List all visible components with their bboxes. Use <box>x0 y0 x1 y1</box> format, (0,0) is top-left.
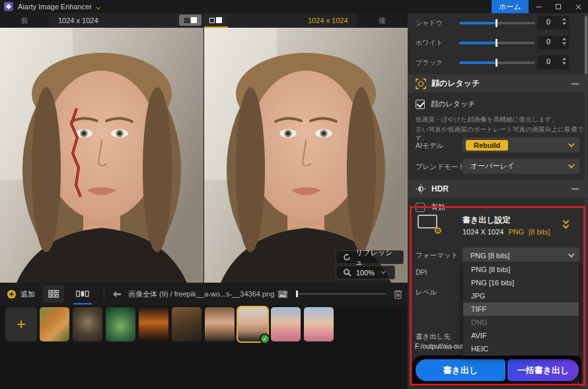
spin-down-icon[interactable] <box>562 22 566 25</box>
thumbnail-fair-woman-1[interactable] <box>271 307 301 341</box>
export-button[interactable]: 書き出し <box>416 359 505 381</box>
spin-up-icon[interactable] <box>562 38 566 40</box>
add-label: 追加 <box>20 289 35 299</box>
hdr-enable-checkbox[interactable] <box>416 203 425 212</box>
refresh-label: リフレッシュ <box>355 248 396 267</box>
format-chevron-icon <box>568 251 575 258</box>
home-button[interactable]: ホーム <box>492 0 529 13</box>
black-slider-row: ブラック 0 <box>408 55 588 70</box>
zoom-level: 100% <box>356 269 375 277</box>
format-option-tiff[interactable]: TIFF <box>463 302 579 316</box>
trash-icon[interactable] <box>394 289 402 299</box>
add-thumbnail-tile[interactable]: + <box>5 307 37 341</box>
format-option-dng[interactable]: DNG <box>463 316 579 329</box>
titlebar: Aiarty Image Enhancer ホーム <box>0 0 588 13</box>
maximize-icon <box>556 4 561 9</box>
thumbnail-portrait-woman-selected[interactable]: ✓ <box>238 307 268 341</box>
thumbnail-burger[interactable] <box>139 307 168 341</box>
grid-view-button[interactable] <box>43 285 64 302</box>
face-retouch-header[interactable]: 顔のレタッチ <box>408 75 588 92</box>
add-image-button[interactable]: 追加 <box>7 289 35 299</box>
after-tab[interactable]: 後 <box>357 13 408 28</box>
ai-model-value: Rebuild <box>466 140 508 151</box>
zoom-control[interactable]: 100% <box>336 265 395 279</box>
face-retouch-checkbox-row[interactable]: 顔のレタッチ <box>416 99 475 109</box>
maximize-button[interactable] <box>548 0 568 13</box>
white-value-spinner[interactable]: 0 <box>537 36 569 50</box>
export-summary-bits: [8 bits] <box>529 228 550 236</box>
face-retouch-desc-1: 低画質・ぼやけた顔画像を高精細に復元します。 <box>416 116 558 124</box>
thumbnail-fair-woman-2[interactable] <box>304 307 334 341</box>
side-by-side-view-toggle[interactable] <box>204 15 227 26</box>
refresh-button[interactable]: リフレッシュ <box>336 250 404 264</box>
side-by-side-view-icon <box>209 18 215 23</box>
format-label: フォーマット <box>416 251 458 260</box>
after-image[interactable] <box>204 28 408 283</box>
batch-export-button[interactable]: 一括書き出し <box>507 359 579 381</box>
compare-view-toggles <box>179 15 227 26</box>
thumbnail-terrarium[interactable] <box>106 307 135 341</box>
app-window: Aiarty Image Enhancer ホーム 前 1024 x 1024 … <box>0 0 588 389</box>
thumbnail-dog[interactable] <box>172 307 202 341</box>
resize-grip[interactable] <box>571 376 579 384</box>
refresh-icon <box>343 253 351 262</box>
app-menu-chevron-icon[interactable] <box>96 1 99 13</box>
close-icon <box>575 4 581 10</box>
white-slider[interactable] <box>459 42 535 44</box>
minimize-icon <box>536 7 542 7</box>
before-tab[interactable]: 前 <box>0 13 50 28</box>
thumbnail-size-slider-handle[interactable] <box>296 291 298 297</box>
export-expand-chevrons-icon[interactable] <box>564 219 568 228</box>
hdr-header[interactable]: HDR <box>408 180 588 197</box>
spin-up-icon[interactable] <box>562 57 566 60</box>
app-logo-icon <box>4 2 13 11</box>
face-retouch-checkbox[interactable] <box>416 100 425 109</box>
blend-mode-dropdown[interactable]: オーバーレイ <box>462 159 579 174</box>
breadcrumb: 画像全体 (9) / freepik__a-wo...s-__34364.png <box>128 289 274 299</box>
face-retouch-icon <box>416 79 426 89</box>
split-view-toggle[interactable] <box>179 15 202 26</box>
format-option-avif[interactable]: AVIF <box>463 329 579 342</box>
before-image[interactable] <box>0 28 203 283</box>
magnifier-icon <box>343 268 351 277</box>
face-retouch-title: 顔のレタッチ <box>431 78 480 89</box>
back-arrow-icon[interactable] <box>112 291 122 298</box>
thumbnail-butterfly[interactable] <box>73 307 102 341</box>
shadow-slider-row: シャドウ 0 <box>408 16 588 30</box>
format-option-png8[interactable]: PNG [8 bits] <box>463 263 579 276</box>
thumbnail-portrait-woman[interactable] <box>205 307 235 341</box>
export-summary-format: PNG <box>508 228 524 236</box>
black-value-spinner[interactable]: 0 <box>537 55 569 69</box>
shadow-value-spinner[interactable]: 0 <box>537 16 569 30</box>
shadow-slider[interactable] <box>459 22 535 24</box>
spin-down-icon[interactable] <box>562 62 566 65</box>
ai-model-chevron-icon <box>568 141 575 147</box>
format-option-jpg[interactable]: JPG <box>463 289 579 302</box>
black-slider[interactable] <box>459 61 535 64</box>
filmstrip-view-button[interactable] <box>72 285 93 302</box>
collapse-icon[interactable] <box>571 188 579 190</box>
spin-down-icon[interactable] <box>562 42 566 45</box>
filmstrip-active-underline <box>73 303 92 304</box>
format-option-png16[interactable]: PNG [16 bits] <box>463 276 579 289</box>
image-canvas: リフレッシュ 100% <box>0 28 408 283</box>
close-button[interactable] <box>568 0 588 13</box>
ai-model-dropdown[interactable]: Rebuild <box>462 137 579 153</box>
format-option-heic[interactable]: HEIC <box>463 342 579 355</box>
thumbnail-size-slider[interactable] <box>296 293 386 295</box>
collapse-icon[interactable] <box>571 83 579 85</box>
export-settings-title: 書き出し設定 <box>462 215 511 226</box>
bottom-toolbar: 追加 画像全体 (9) / freepik__a-wo...s-__34364.… <box>0 283 408 305</box>
export-buttons-container: 書き出し 一括書き出し <box>412 355 581 386</box>
hdr-enable-row[interactable]: 有効 <box>416 202 445 212</box>
spin-up-icon[interactable] <box>562 18 566 20</box>
export-summary-size: 1024 X 1024 <box>462 228 503 236</box>
thumbnail-tiger[interactable] <box>40 307 69 341</box>
export-settings-icon: ⚙ <box>417 214 441 234</box>
minimize-button[interactable] <box>529 0 548 13</box>
thumbnail-strip: + ✓ <box>0 305 408 389</box>
settings-sidebar: シャドウ 0 ホワイト 0 ブラック 0 <box>408 13 588 389</box>
split-view-icon <box>184 18 190 23</box>
format-dropdown[interactable]: PNG [8 bits] <box>462 248 579 263</box>
destination-label: 書き出し先 <box>416 332 451 341</box>
